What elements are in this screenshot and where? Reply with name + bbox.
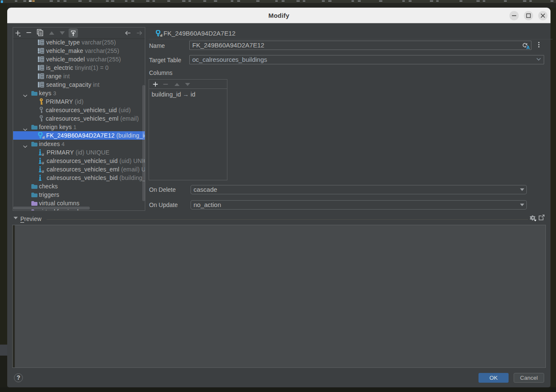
svg-text:A: A [526,45,530,50]
